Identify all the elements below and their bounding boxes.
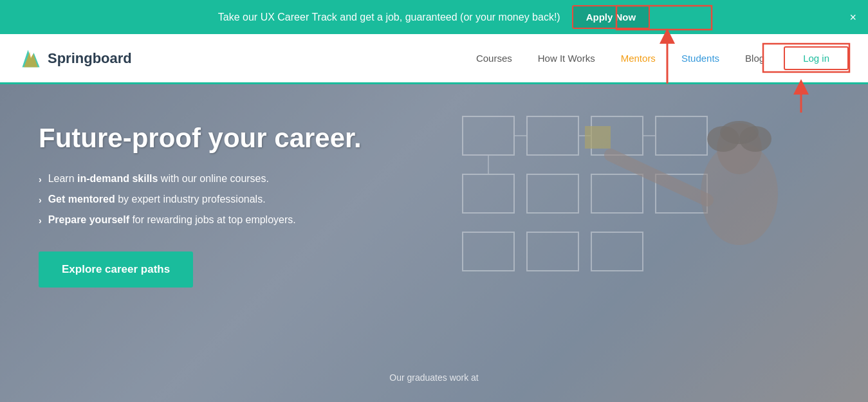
bullet-skills: › Learn in-demand skills with our online… — [39, 173, 362, 185]
bullet-skills-bold: in-demand skills — [77, 173, 158, 184]
login-button[interactable]: Log in — [784, 46, 849, 70]
nav-item-how-it-works[interactable]: How It Works — [538, 53, 595, 64]
hero-title: Future-proof your career. — [39, 123, 362, 154]
svg-rect-9 — [656, 116, 707, 155]
top-banner: Take our UX Career Track and get a job, … — [0, 0, 868, 34]
hero-section: Future-proof your career. › Learn in-dem… — [0, 84, 868, 402]
graduates-text: Our graduates work at — [389, 372, 479, 383]
svg-rect-6 — [463, 116, 514, 155]
bullet-arrow-3: › — [39, 215, 42, 226]
blog-link[interactable]: Blog — [745, 53, 764, 64]
nav-item-courses[interactable]: Courses — [476, 53, 512, 64]
svg-rect-15 — [527, 232, 578, 271]
how-it-works-link[interactable]: How It Works — [538, 53, 595, 64]
bullet-mentored: › Get mentored by expert industry profes… — [39, 194, 362, 205]
logo-text: Springboard — [48, 50, 132, 67]
svg-point-26 — [720, 121, 759, 144]
svg-rect-12 — [591, 174, 643, 213]
logo-icon — [19, 47, 42, 70]
bullet-arrow-2: › — [39, 195, 42, 205]
svg-rect-7 — [527, 116, 578, 155]
bullet-arrow-1: › — [39, 174, 42, 185]
hero-bullets: › Learn in-demand skills with our online… — [39, 173, 362, 226]
navbar: Springboard Courses How It Works Mentors… — [0, 34, 868, 84]
bullet-mentored-text: Get mentored by expert industry professi… — [48, 194, 266, 205]
svg-rect-11 — [527, 174, 578, 213]
nav-links: Courses How It Works Mentors Students Bl… — [476, 53, 764, 64]
bullet-prepare: › Prepare yourself for rewarding jobs at… — [39, 214, 362, 226]
explore-careers-button[interactable]: Explore career paths — [39, 251, 193, 288]
banner-text: Take our UX Career Track and get a job, … — [218, 12, 560, 23]
bullet-mentored-bold: Get mentored — [48, 194, 115, 205]
nav-item-students[interactable]: Students — [681, 53, 719, 64]
logo-link[interactable]: Springboard — [19, 47, 132, 70]
nav-item-blog[interactable]: Blog — [745, 53, 764, 64]
close-banner-button[interactable]: × — [849, 10, 856, 24]
bullet-prepare-text: Prepare yourself for rewarding jobs at t… — [48, 214, 296, 226]
hero-illustration — [366, 97, 817, 393]
nav-item-mentors[interactable]: Mentors — [621, 53, 656, 64]
svg-rect-10 — [463, 174, 514, 213]
mentors-link[interactable]: Mentors — [621, 53, 656, 64]
students-link[interactable]: Students — [681, 53, 719, 64]
svg-rect-16 — [591, 232, 643, 271]
svg-rect-21 — [585, 126, 611, 149]
hero-content: Future-proof your career. › Learn in-dem… — [39, 123, 362, 288]
bullet-skills-text: Learn in-demand skills with our online c… — [48, 173, 269, 185]
svg-line-27 — [611, 155, 707, 200]
bullet-prepare-bold: Prepare yourself — [48, 214, 129, 225]
svg-rect-14 — [463, 232, 514, 271]
courses-link[interactable]: Courses — [476, 53, 512, 64]
apply-now-button[interactable]: Apply Now — [572, 5, 651, 29]
